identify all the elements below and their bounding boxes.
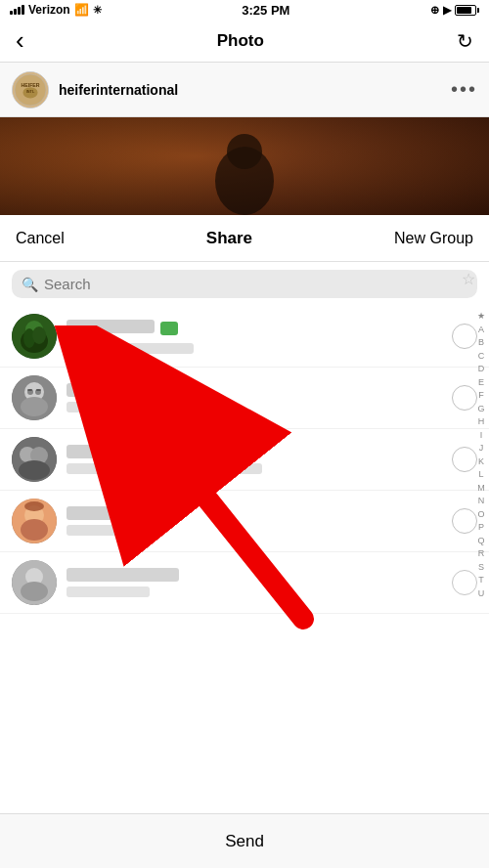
alpha-p[interactable]: P (475, 521, 487, 535)
svg-point-29 (21, 582, 48, 601)
signal-bar-1 (10, 11, 13, 15)
contact-checkbox[interactable] (452, 447, 477, 472)
share-toolbar: Cancel Share New Group (0, 215, 489, 262)
account-row: HEIFER INTL heiferinternational ••• (0, 63, 489, 117)
battery-indicator (455, 5, 479, 16)
svg-rect-18 (36, 389, 41, 391)
alpha-star[interactable]: ★ (475, 310, 487, 324)
alpha-n[interactable]: N (475, 495, 487, 508)
contact-row[interactable] (0, 306, 489, 368)
alpha-t[interactable]: T (475, 574, 487, 587)
contact-checkbox[interactable] (452, 570, 477, 595)
back-button[interactable]: ‹ (16, 25, 24, 56)
contact-checkbox[interactable] (452, 385, 477, 411)
contact-row[interactable] (0, 491, 489, 552)
signal-bar-3 (18, 7, 21, 15)
location-icon: ⊕ (430, 4, 439, 17)
alpha-l[interactable]: L (475, 468, 487, 482)
contact-row[interactable] (0, 552, 489, 614)
photo-banner (0, 117, 489, 215)
alpha-s[interactable]: S (475, 561, 487, 575)
refresh-button[interactable]: ↻ (457, 29, 473, 53)
contact-info (67, 568, 444, 597)
contact-info (67, 320, 444, 354)
avatar (12, 375, 57, 420)
contact-row[interactable] (0, 429, 489, 491)
banner-figure (186, 127, 303, 215)
status-right: ⊕ ▶ (430, 4, 479, 17)
svg-rect-17 (27, 389, 32, 391)
send-button[interactable]: Send (225, 832, 264, 851)
account-more-button[interactable]: ••• (451, 78, 477, 101)
alpha-c[interactable]: C (475, 350, 487, 364)
alpha-m[interactable]: M (475, 482, 487, 496)
signal-bars (10, 5, 24, 15)
status-time: 3:25 PM (242, 3, 289, 18)
svg-text:HEIFER: HEIFER (21, 82, 39, 88)
green-badge (160, 322, 178, 335)
alpha-u[interactable]: U (475, 587, 487, 601)
alpha-q[interactable]: Q (475, 535, 487, 548)
account-left: HEIFER INTL heiferinternational (12, 71, 178, 108)
contact-info (67, 506, 444, 536)
avatar (12, 499, 57, 543)
account-avatar: HEIFER INTL (12, 71, 49, 108)
alpha-d[interactable]: D (475, 363, 487, 376)
svg-text:INTL: INTL (26, 89, 35, 93)
brightness-icon: ✳ (93, 4, 102, 17)
search-bar: 🔍 (12, 270, 477, 298)
avatar (12, 437, 57, 482)
svg-point-25 (21, 519, 48, 541)
share-title: Share (206, 229, 252, 248)
alpha-b[interactable]: B (475, 336, 487, 350)
avatar (12, 314, 57, 359)
alpha-r[interactable]: R (475, 547, 487, 561)
search-container: 🔍 ☆ (0, 262, 489, 306)
search-input[interactable] (44, 276, 467, 292)
signal-bar-4 (22, 5, 24, 15)
favorites-star-icon: ☆ (462, 270, 475, 288)
alpha-g[interactable]: G (475, 403, 487, 416)
contact-row[interactable] (0, 368, 489, 429)
cancel-button[interactable]: Cancel (16, 230, 65, 247)
alpha-a[interactable]: A (475, 324, 487, 337)
search-icon: 🔍 (22, 277, 38, 292)
svg-point-6 (227, 134, 262, 169)
alpha-o[interactable]: O (475, 508, 487, 522)
status-bar: Verizon 📶 ✳ 3:25 PM ⊕ ▶ (0, 0, 489, 20)
avatar (12, 560, 57, 605)
signal-bar-2 (14, 9, 17, 15)
wifi-icon: 📶 (74, 3, 89, 17)
alpha-j[interactable]: J (475, 442, 487, 456)
new-group-button[interactable]: New Group (394, 230, 473, 247)
contacts-wrapper: ★ A B C D E F G H I J K L M N O P Q R S … (0, 306, 489, 848)
alpha-i[interactable]: I (475, 429, 487, 443)
status-left: Verizon 📶 ✳ (10, 3, 102, 17)
alpha-e[interactable]: E (475, 376, 487, 390)
contact-checkbox[interactable] (452, 324, 477, 349)
contacts-list (0, 306, 489, 614)
nav-title: Photo (217, 31, 264, 51)
send-bar: Send (0, 813, 489, 868)
carrier-name: Verizon (28, 3, 70, 17)
svg-point-14 (21, 397, 48, 416)
svg-point-11 (32, 326, 46, 344)
account-username: heiferinternational (59, 82, 178, 98)
svg-point-26 (24, 501, 44, 511)
alpha-h[interactable]: H (475, 415, 487, 429)
alpha-k[interactable]: K (475, 456, 487, 469)
alpha-f[interactable]: F (475, 389, 487, 403)
contact-info (67, 445, 444, 474)
alpha-index: ★ A B C D E F G H I J K L M N O P Q R S … (475, 306, 487, 848)
contact-checkbox[interactable] (452, 508, 477, 534)
svg-point-22 (19, 460, 50, 480)
contact-info (67, 383, 444, 412)
gps-icon: ▶ (443, 4, 451, 17)
nav-bar: ‹ Photo ↻ (0, 20, 489, 63)
